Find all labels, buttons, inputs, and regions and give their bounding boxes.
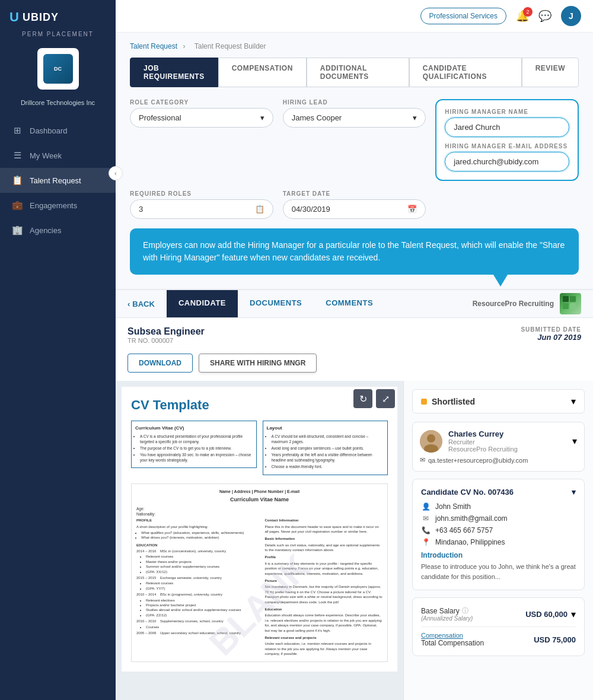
main-content: Professional Services 🔔 2 💬 J Talent Req… xyxy=(116,0,593,700)
professional-services-button[interactable]: Professional Services xyxy=(420,8,506,24)
cv-profile-right-desc: It is a summary of key elements in your … xyxy=(265,561,383,576)
sidebar-item-agencies[interactable]: 🏢 Agencies xyxy=(0,218,116,243)
sidebar-label-engagements: Engagements xyxy=(30,201,77,210)
cv-edu-b2: Master thesis and/or projects xyxy=(146,559,254,564)
myweek-icon: ☰ xyxy=(12,150,23,161)
breadcrumb-parent[interactable]: Talent Request xyxy=(130,42,177,50)
cv-refresh-button[interactable]: ↻ xyxy=(353,389,372,408)
sidebar-item-talent[interactable]: 📋 Talent Request xyxy=(0,168,116,193)
cv-edu-bullets-3: Relevant electives Projects and/or bache… xyxy=(136,598,254,618)
cv-profile-bullet-1: What qualifies you? (education, experien… xyxy=(141,530,254,535)
hiring-manager-name-input[interactable]: Jared Church xyxy=(445,117,569,137)
sidebar-logo-text: UBIDY xyxy=(23,11,59,24)
chevron-down-icon-2: ▾ xyxy=(413,113,417,122)
recruiter-avatar xyxy=(420,430,442,453)
envelope-icon: ✉ xyxy=(421,514,431,523)
candidate-cv-card: Candidate CV No. 007436 ▾ 👤 John Smith ✉… xyxy=(412,479,585,590)
tab-job-requirements[interactable]: JOB REQUIREMENTS xyxy=(130,58,218,87)
base-salary-right: USD 60,000 ▾ xyxy=(525,609,576,620)
cv-layout-title: Layout xyxy=(267,425,384,431)
status-dropdown[interactable]: Shortlisted ▾ xyxy=(412,389,585,413)
svg-rect-3 xyxy=(570,303,576,309)
hiring-manager-box: HIRING MANAGER NAME Jared Church HIRING … xyxy=(435,99,579,181)
intro-text: Please to introduce you to John, we thin… xyxy=(421,562,576,581)
cv-controls: ↻ ⤢ xyxy=(353,389,395,408)
job-requirements-form: ROLE CATEGORY Professional ▾ HIRING LEAD… xyxy=(130,99,579,219)
back-icon: ‹ xyxy=(127,300,130,308)
cv-layout-box: Layout A CV should be well-structured, c… xyxy=(263,421,388,475)
tab-compensation[interactable]: COMPENSATION xyxy=(218,58,307,87)
sidebar-logo: U UBIDY xyxy=(0,0,116,30)
user-avatar[interactable]: J xyxy=(561,6,581,26)
chevron-down-icon-salary: ▾ xyxy=(571,609,576,620)
recruiter-org-name: ResourcePro Recruiting xyxy=(473,300,554,308)
cv-card-title-row: Candidate CV No. 007436 ▾ xyxy=(421,488,576,497)
svg-rect-1 xyxy=(570,296,576,302)
dashboard-icon: ⊞ xyxy=(12,125,23,136)
role-category-select[interactable]: Professional ▾ xyxy=(130,108,273,128)
cv-edu-row-3: 2010 – 2014 BSc in (programme), universi… xyxy=(136,592,254,597)
candidate-role: Subsea Engineer xyxy=(127,326,205,337)
cv-bullet-3: You have approximately 30 sec. to make a… xyxy=(140,452,253,463)
role-category-value: Professional xyxy=(139,113,181,122)
cv-edu-bullets-1: Relevant courses Master thesis and/or pr… xyxy=(136,554,254,574)
notification-badge: 2 xyxy=(523,7,533,17)
sidebar-item-dashboard[interactable]: ⊞ Dashboard xyxy=(0,118,116,143)
total-compensation-row: Compensation Total Compensation USD 75,0… xyxy=(421,632,576,647)
cv-profile-bullets: What qualifies you? (education, experien… xyxy=(136,530,254,540)
compensation-link[interactable]: Compensation xyxy=(421,632,484,639)
tooltip-arrow xyxy=(493,275,508,287)
salary-divider xyxy=(421,626,576,627)
tab-documents[interactable]: DOCUMENTS xyxy=(238,290,314,317)
salary-card: Base Salary ⓘ (Annualized Salary) USD 60… xyxy=(412,597,585,656)
date-icon: 📅 xyxy=(407,205,417,214)
sidebar-item-engagements[interactable]: 💼 Engagements xyxy=(0,193,116,218)
required-roles-group: REQUIRED ROLES 3 📋 xyxy=(130,190,273,219)
sidebar-item-myweek[interactable]: ☰ My Week xyxy=(0,143,116,168)
cv-name-row: Name | Address | Phone Number | E-mail xyxy=(136,489,382,495)
cv-contact-header: Contact Information xyxy=(265,518,383,523)
candidate-info-row: Subsea Engineer TR NO. 000007 SUBMITTED … xyxy=(116,318,593,350)
cv-template-body: Name | Address | Phone Number | E-mail C… xyxy=(131,483,388,662)
candidate-tr-no: TR NO. 000007 xyxy=(127,337,205,344)
required-roles-input[interactable]: 3 📋 xyxy=(130,199,273,219)
action-buttons: DOWNLOAD SHARE WITH HIRING MNGR xyxy=(116,350,593,381)
hiring-lead-select[interactable]: James Cooper ▾ xyxy=(283,108,426,128)
download-button[interactable]: DOWNLOAD xyxy=(127,354,193,373)
svg-point-5 xyxy=(427,434,435,443)
tab-additional-documents[interactable]: ADDITIONAL DOCUMENTS xyxy=(307,58,409,87)
cv-edu-row-2: 2015 – 2015 Exchange semester, universit… xyxy=(136,575,254,580)
base-salary-row: Base Salary ⓘ (Annualized Salary) USD 60… xyxy=(421,606,576,622)
share-with-hiring-manager-button[interactable]: SHARE WITH HIRING MNGR xyxy=(199,354,317,373)
tab-candidate[interactable]: CANDIDATE xyxy=(167,290,238,317)
back-button[interactable]: ‹ BACK xyxy=(127,291,161,317)
sidebar-collapse-btn[interactable]: ‹ xyxy=(109,166,123,180)
cv-vitae-name: Curriculum Vitae Name xyxy=(136,496,382,504)
company-logo-box: DC xyxy=(37,48,79,90)
cv-edu-row-5: 2005 – 2009 Upper secondary school educa… xyxy=(136,631,254,635)
back-label: BACK xyxy=(132,300,155,308)
right-panel: Shortlisted ▾ xyxy=(403,381,593,700)
cv-edu-b5: Relevant courses xyxy=(146,581,254,586)
tab-review[interactable]: REVIEW xyxy=(522,58,579,87)
hiring-manager-email-input[interactable]: jared.church@ubidy.com xyxy=(445,152,569,171)
phone-icon: 📞 xyxy=(421,526,431,534)
messages-button[interactable]: 💬 xyxy=(538,9,551,23)
hiring-manager-email-group: HIRING MANAGER E-MAIL ADDRESS jared.chur… xyxy=(445,143,569,171)
notifications-button[interactable]: 🔔 2 xyxy=(516,9,529,23)
role-category-group: ROLE CATEGORY Professional ▾ xyxy=(130,99,273,181)
total-comp-label-text: Total Compensation xyxy=(421,639,484,647)
cv-edu-b8: Projects and/or bachelor project xyxy=(146,603,254,607)
cv-basic-header: Basic Information xyxy=(265,536,383,541)
engagements-icon: 💼 xyxy=(12,200,23,211)
cv-edu-b6: (GPA: YY/7) xyxy=(146,586,254,591)
hiring-manager-name-value: Jared Church xyxy=(454,123,500,132)
cv-open-button[interactable]: ⤢ xyxy=(376,389,395,408)
target-date-input[interactable]: 04/30/2019 📅 xyxy=(283,199,426,219)
base-salary-label-text: Base Salary xyxy=(421,607,460,615)
recruiter-name: Charles Currey xyxy=(448,429,518,438)
tab-candidate-qualifications[interactable]: CANDIDATE QUALIFICATIONS xyxy=(409,58,522,87)
tab-comments[interactable]: COMMENTS xyxy=(314,290,385,317)
cv-edu-b7: Relevant electives xyxy=(146,598,254,603)
hiring-lead-label: HIRING LEAD xyxy=(283,99,426,106)
